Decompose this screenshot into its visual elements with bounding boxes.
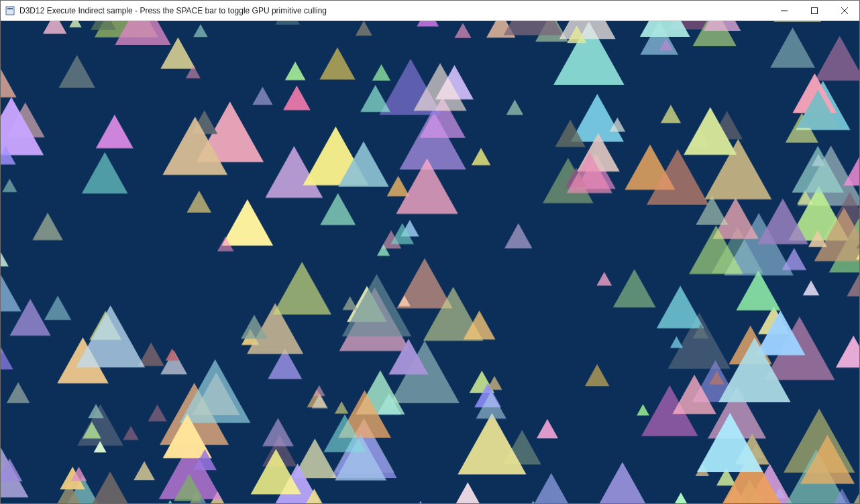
maximize-icon bbox=[811, 7, 818, 14]
render-viewport[interactable] bbox=[1, 21, 859, 503]
close-icon bbox=[841, 7, 848, 14]
maximize-button[interactable] bbox=[799, 1, 829, 20]
close-button[interactable] bbox=[829, 1, 859, 20]
svg-rect-0 bbox=[6, 7, 14, 15]
render-canvas bbox=[1, 21, 859, 503]
minimize-button[interactable] bbox=[769, 1, 799, 20]
svg-rect-3 bbox=[811, 7, 817, 13]
window-title: D3D12 Execute Indirect sample - Press th… bbox=[19, 6, 769, 15]
window-controls bbox=[769, 1, 859, 20]
svg-rect-1 bbox=[7, 8, 13, 9]
app-window: D3D12 Execute Indirect sample - Press th… bbox=[0, 0, 860, 504]
app-icon bbox=[5, 5, 15, 16]
minimize-icon bbox=[781, 7, 788, 14]
titlebar[interactable]: D3D12 Execute Indirect sample - Press th… bbox=[1, 1, 859, 21]
